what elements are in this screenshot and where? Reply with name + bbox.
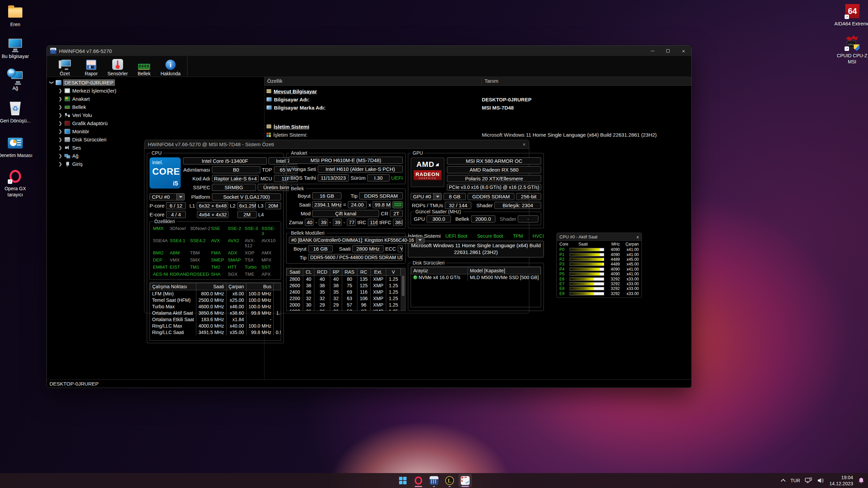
clock[interactable]: 19:04 14.12.2023 <box>829 474 853 487</box>
aktif-close-button[interactable]: x <box>637 234 639 239</box>
cpu-flag: AES-NI <box>153 272 169 277</box>
taskbar-league[interactable]: L <box>443 474 456 487</box>
desktop-icon-cpuz[interactable]: CPU-↗ CPUID CPU-Z MSI <box>833 35 868 65</box>
core-clock-row: P5 4090 x41.00 <box>557 272 642 276</box>
timing-row: 2600 38 38 38 75 125 XMP 1.25 <box>287 282 401 289</box>
os-badge: TPM <box>513 233 523 239</box>
desktop-icon-aida64[interactable]: 64↗ AIDA64 Extreme <box>833 3 868 27</box>
cpu-features-group: Özellikleri MMX3DNow!3DNow!-2SSESSE-2SSE… <box>150 221 281 280</box>
expand-chevron-icon[interactable]: ❯ <box>58 96 62 101</box>
core-clock-row: P3 4489 x45.00 <box>557 262 642 267</box>
section-row: İşletim Sistemi <box>264 122 691 131</box>
amd-radeon-logo: AMD RADEONGRAPHICS <box>411 157 445 187</box>
toolbar-sensors-button[interactable]: Sensörler <box>104 57 131 76</box>
expand-chevron-icon[interactable]: ❯ <box>58 137 62 142</box>
tree-item[interactable]: ❯ Monitör <box>47 127 264 135</box>
desktop-icon-eren[interactable]: Eren <box>0 4 34 28</box>
core-clock-row: E7 3292 x33.00 <box>557 281 642 286</box>
brand-link[interactable]: MSI MS-7D48 <box>482 105 691 111</box>
desktop-icon-recycle-bin[interactable]: ♻ Geri Dönüşü... <box>0 100 34 124</box>
timing-row: 2000 30 29 29 57 96 XMP 1.25 <box>287 301 401 308</box>
table-scrollbar[interactable] <box>401 268 405 311</box>
close-button[interactable]: × <box>676 46 691 56</box>
tree-root-item[interactable]: ❯ DESKTOP-0JRUREP <box>47 78 264 86</box>
expand-chevron-icon[interactable]: ❯ <box>58 129 62 134</box>
taskbar-hwinfo[interactable] <box>427 474 441 487</box>
volume-tray-icon[interactable] <box>817 477 825 484</box>
network-tray-icon[interactable] <box>805 477 812 484</box>
control-panel-icon <box>7 135 23 151</box>
desktop-icon-control-panel[interactable]: Denetim Masası <box>0 135 34 159</box>
cpu-flag: SST <box>261 265 278 270</box>
computer-name-row[interactable]: Bilgisayar Adı: DESKTOP-0JRUREP <box>264 95 691 103</box>
language-indicator[interactable]: TUR <box>790 478 800 483</box>
memory-module-select[interactable]: #0 [BANK 0/Controller0-DIMMA1]: Kingston… <box>289 237 425 243</box>
property-panel-header[interactable]: Özellik Tanım <box>264 77 691 86</box>
cpu-flag: TME <box>245 272 261 277</box>
op-table-row: Ortalama Aktif Saat 3850.6 MHz x38.60 99… <box>150 310 281 316</box>
expand-chevron-icon[interactable]: ❯ <box>58 113 62 118</box>
summary-close-button[interactable]: × <box>523 142 526 147</box>
date: 14.12.2023 <box>829 481 853 487</box>
minimize-button[interactable] <box>645 46 660 56</box>
taskbar: L ✂ TUR 19:04 14.12.2023 <box>0 473 868 488</box>
tree-item[interactable]: ❯ Grafik Adaptörü <box>47 119 264 127</box>
cpu-flag: FMA <box>211 250 227 255</box>
windows-logo-icon <box>267 133 271 137</box>
start-button[interactable] <box>396 474 410 487</box>
expand-chevron-icon[interactable]: ❯ <box>58 161 62 167</box>
expand-chevron-icon[interactable]: ❯ <box>58 88 62 93</box>
clock-bar <box>570 258 604 261</box>
gpu-clocks-group: Güncel Saatler (MHz) GPU 300.0 Bellek 20… <box>411 212 541 225</box>
taskbar-snipping-tool[interactable]: ✂ <box>458 474 472 487</box>
toolbar-summary-button[interactable]: Özet <box>52 57 78 76</box>
clock-bar <box>570 292 604 295</box>
toolbar-memory-button[interactable]: Bellek <box>131 57 157 76</box>
cpu-select[interactable]: CPU #0 <box>150 193 185 200</box>
core-clock-row: P1 4090 x41.00 <box>557 252 642 257</box>
desktop-icon-opera-gx[interactable]: ↗ Opera GX tarayıcı <box>0 168 34 198</box>
timing-row: 2200 32 32 32 63 106 XMP 1.25 <box>287 295 401 301</box>
tree-item-icon <box>64 113 70 118</box>
computer-brand-row[interactable]: Bilgisayar Marka Adı: MSI MS-7D48 <box>264 103 691 112</box>
os-row[interactable]: İşletim Sistemi: Microsoft Windows 11 Ho… <box>264 131 691 139</box>
main-titlebar[interactable]: HWiNFO64 v7.66-5270 × <box>47 46 691 56</box>
column-value[interactable]: Tanım <box>482 77 691 85</box>
aktif-titlebar[interactable]: CPU #0 - Aktif Saat x <box>557 233 642 241</box>
desktop-icon-this-pc[interactable]: Bu bilgisayar <box>0 36 34 60</box>
tree-item[interactable]: ❯ Anakart <box>47 95 264 103</box>
gpu-select[interactable]: GPU #0 <box>411 193 442 200</box>
expand-chevron-icon[interactable]: ❯ <box>58 153 62 158</box>
notification-bell-icon[interactable] <box>858 477 865 484</box>
tree-item[interactable]: ❯ Bellek <box>47 103 264 111</box>
expand-chevron-icon[interactable]: ❯ <box>58 104 62 110</box>
expand-chevron-icon[interactable]: ❯ <box>58 145 62 150</box>
core-clock-row: E9 3292 x33.00 <box>557 291 642 296</box>
cpu-flag: SSE4A <box>153 238 169 248</box>
hwinfo-app-icon <box>50 48 56 54</box>
section-stack-icon <box>267 124 271 129</box>
toolbar-about-button[interactable]: i Hakkında <box>157 57 184 76</box>
toolbar-report-button[interactable]: Rapor <box>78 57 104 76</box>
expand-chevron-icon[interactable]: ❯ <box>58 121 62 126</box>
time: 19:04 <box>829 474 853 481</box>
clock-bar <box>570 282 604 286</box>
cpu-flag: VMX <box>170 257 190 262</box>
tree-item[interactable]: ❯ Merkezi İşlemci(ler) <box>47 86 264 95</box>
collapse-chevron-icon[interactable]: ❯ <box>49 80 54 84</box>
maximize-button[interactable] <box>660 46 676 56</box>
cpu-flag: AVX2 <box>228 238 244 248</box>
report-floppy-icon <box>86 60 96 70</box>
tray-overflow-chevron-icon[interactable] <box>781 479 786 484</box>
desktop-icon-network[interactable]: Ağ <box>0 68 34 92</box>
tree-item[interactable]: ❯ Veri Yolu <box>47 111 264 119</box>
tree-item-icon <box>64 137 70 142</box>
summary-titlebar[interactable]: HWiNFO64 v7.66-5270 @ MSI MS-7D48 - Sist… <box>144 140 529 149</box>
taskbar-opera-gx[interactable] <box>412 474 425 487</box>
memory-spd-button[interactable] <box>393 201 403 208</box>
clock-bar <box>570 277 604 281</box>
column-property[interactable]: Özellik <box>264 77 482 85</box>
cpu-flag: ABM <box>170 250 190 255</box>
aktif-table-header: Core Saati MHz Çarpan <box>557 241 642 247</box>
cpu-flag: AVX-512 <box>245 238 261 248</box>
